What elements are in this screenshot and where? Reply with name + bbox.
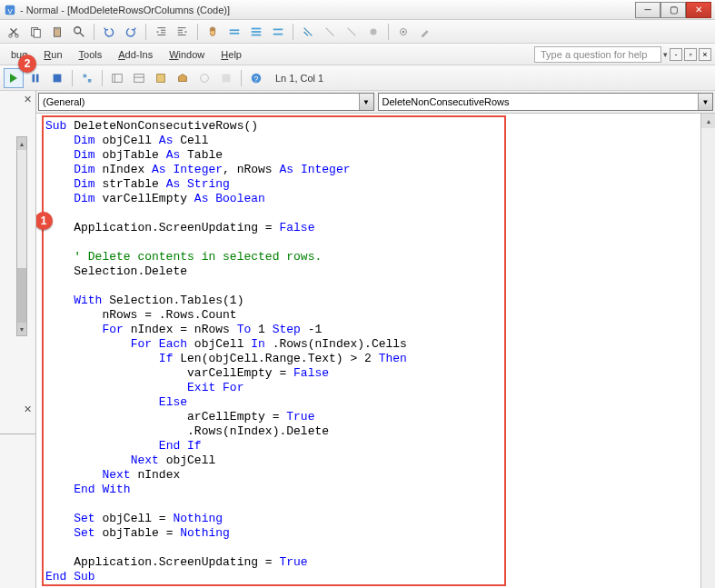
debug-toolbar: ? Ln 1, Col 1 <box>0 65 715 91</box>
undo-button[interactable] <box>99 22 119 42</box>
watch-window-button[interactable] <box>194 68 214 88</box>
mdi-close-button[interactable]: × <box>699 48 711 61</box>
svg-rect-22 <box>252 34 262 35</box>
procedure-dropdown[interactable]: DeleteNonConsecutiveRows ▼ <box>378 93 714 111</box>
svg-point-27 <box>402 30 405 33</box>
svg-text:?: ? <box>254 74 259 83</box>
gear-button[interactable] <box>393 22 413 42</box>
scroll-down-icon[interactable]: ▾ <box>17 323 26 335</box>
design-mode-button[interactable] <box>77 68 97 88</box>
code-text[interactable]: Sub DeleteNonConsecutiveRows() Dim objCe… <box>36 114 715 588</box>
svg-rect-29 <box>36 74 39 82</box>
mdi-minimize-button[interactable]: - <box>670 48 682 61</box>
menu-tools[interactable]: Tools <box>72 46 110 63</box>
run-button[interactable] <box>4 68 24 88</box>
svg-rect-37 <box>223 74 231 82</box>
callout-2: 2 <box>18 55 36 73</box>
help-button[interactable]: ? <box>246 68 266 88</box>
panel-close-button[interactable]: ✕ <box>21 93 34 105</box>
left-sidebar: ✕ ▴ ▾ ✕ <box>0 91 36 588</box>
bookmark-prev-button[interactable] <box>268 22 288 42</box>
wrench-button[interactable] <box>342 22 362 42</box>
maximize-button[interactable]: ▢ <box>660 2 686 18</box>
svg-rect-35 <box>157 74 165 82</box>
toolbox-button[interactable] <box>173 68 193 88</box>
scroll-up-icon[interactable]: ▴ <box>17 137 26 150</box>
close-button[interactable]: ✕ <box>686 2 711 18</box>
window-controls: ─ ▢ ✕ <box>635 2 711 18</box>
menu-help[interactable]: Help <box>214 46 249 63</box>
redo-button[interactable] <box>121 22 141 42</box>
svg-rect-20 <box>252 27 262 29</box>
code-dropdown-row: (General) ▼ DeleteNonConsecutiveRows ▼ <box>36 91 715 114</box>
scroll-thumb[interactable] <box>17 268 26 323</box>
minimize-button[interactable]: ─ <box>635 2 660 18</box>
svg-rect-7 <box>55 26 59 29</box>
tool-button[interactable] <box>363 22 383 42</box>
reset-button[interactable] <box>47 68 67 88</box>
find-button[interactable] <box>69 22 89 42</box>
menubar: bugRunToolsAdd-InsWindowHelp Type a ques… <box>0 44 715 65</box>
svg-point-36 <box>201 74 209 82</box>
project-explorer-button[interactable] <box>107 68 127 88</box>
svg-rect-31 <box>113 74 123 82</box>
svg-rect-19 <box>230 32 240 34</box>
sidebar-scrollbar[interactable]: ▴ ▾ <box>16 136 27 336</box>
svg-rect-18 <box>230 29 240 31</box>
svg-rect-33 <box>134 74 144 82</box>
mdi-restore-button[interactable]: ▫ <box>684 48 697 61</box>
chevron-down-icon: ▼ <box>359 94 373 110</box>
scroll-up-icon[interactable]: ▴ <box>701 114 715 128</box>
titlebar: V - Normal - [ModDeleteRowsOrColumns (Co… <box>0 0 715 20</box>
indent-left-button[interactable] <box>151 22 171 42</box>
object-dropdown-label: (General) <box>43 96 84 107</box>
procedure-dropdown-label: DeleteNonConsecutiveRows <box>382 96 510 107</box>
window-title: - Normal - [ModDeleteRowsOrColumns (Code… <box>20 5 230 15</box>
comment-block-button[interactable] <box>298 22 318 42</box>
indent-right-button[interactable] <box>173 22 193 42</box>
cut-button[interactable] <box>4 22 24 42</box>
copy-button[interactable] <box>25 22 45 42</box>
panel-close-button-2[interactable]: ✕ <box>24 404 32 415</box>
hand-button[interactable] <box>203 22 223 42</box>
object-dropdown[interactable]: (General) ▼ <box>38 93 374 111</box>
editor-scrollbar[interactable]: ▴ <box>700 114 715 588</box>
svg-point-25 <box>371 28 377 35</box>
code-body[interactable]: Sub DeleteNonConsecutiveRows() Dim objCe… <box>36 114 715 588</box>
svg-rect-28 <box>33 74 35 82</box>
menu-window[interactable]: Window <box>162 46 212 63</box>
help-placeholder-text: Type a question for help <box>541 49 647 60</box>
code-editor-pane: (General) ▼ DeleteNonConsecutiveRows ▼ S… <box>36 91 715 588</box>
bookmark-toggle-button[interactable] <box>224 22 244 42</box>
svg-line-9 <box>80 32 84 35</box>
help-search-input[interactable]: Type a question for help <box>534 46 661 63</box>
svg-point-8 <box>74 26 81 33</box>
standard-toolbar <box>0 20 715 44</box>
properties-window-button[interactable] <box>129 68 149 88</box>
svg-rect-5 <box>34 29 40 37</box>
uncomment-block-button[interactable] <box>320 22 340 42</box>
svg-rect-21 <box>252 31 262 33</box>
svg-text:V: V <box>7 6 13 15</box>
app-icon: V <box>4 4 16 16</box>
menu-add-ins[interactable]: Add-Ins <box>111 46 160 63</box>
locals-button[interactable] <box>216 68 236 88</box>
chevron-down-icon: ▼ <box>698 94 712 110</box>
sidebar-divider <box>0 434 35 452</box>
svg-rect-23 <box>273 28 283 30</box>
menu-run[interactable]: Run <box>36 46 69 63</box>
svg-rect-24 <box>273 33 283 35</box>
svg-rect-30 <box>54 74 62 82</box>
help-dropdown-icon[interactable]: ▾ <box>663 50 668 59</box>
object-browser-button[interactable] <box>151 68 171 88</box>
wizard-button[interactable] <box>415 22 435 42</box>
cursor-position: Ln 1, Col 1 <box>275 73 323 84</box>
bookmark-next-button[interactable] <box>246 22 266 42</box>
paste-button[interactable] <box>47 22 67 42</box>
